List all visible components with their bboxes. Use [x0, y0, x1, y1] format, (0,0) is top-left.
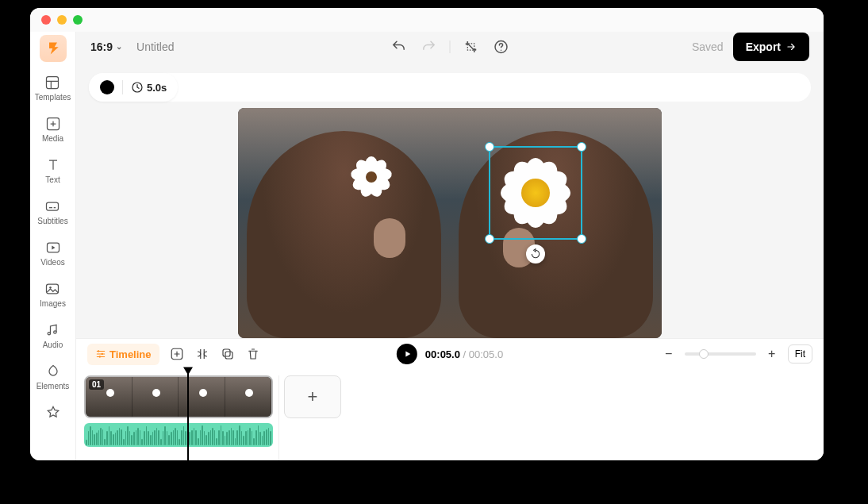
sidebar-label: Elements: [36, 382, 70, 391]
svg-point-18: [99, 356, 101, 357]
window-minimize-button[interactable]: [57, 15, 67, 25]
svg-point-16: [98, 350, 99, 352]
aspect-ratio-value: 16:9: [90, 40, 113, 53]
duplicate-button[interactable]: [220, 346, 236, 362]
time-display: 00:05.0 / 00:05.0: [425, 348, 503, 360]
play-icon: [403, 349, 413, 359]
saved-status: Saved: [692, 40, 724, 53]
svg-rect-0: [47, 77, 59, 89]
trash-icon: [246, 347, 260, 361]
zoom-slider-thumb[interactable]: [699, 349, 709, 359]
duration-display[interactable]: 5.0s: [131, 81, 167, 94]
sidebar-label: Subtitles: [37, 217, 67, 225]
sidebar-item-videos[interactable]: Videos: [40, 238, 64, 268]
svg-rect-10: [47, 284, 59, 294]
arrow-right-icon: [785, 41, 797, 52]
track-separator: [278, 375, 279, 460]
separator: [122, 80, 123, 94]
clock-icon: [131, 81, 144, 94]
templates-icon: [44, 75, 60, 90]
undo-icon: [391, 39, 407, 55]
svg-rect-6: [47, 202, 59, 210]
svg-point-12: [48, 333, 51, 335]
timeline-icon: [95, 348, 106, 360]
images-icon: [44, 281, 60, 297]
infobar-background: [89, 73, 811, 102]
current-time: 00:05.0: [425, 348, 460, 360]
help-icon: [494, 39, 509, 55]
window-maximize-button[interactable]: [73, 15, 83, 25]
export-button[interactable]: Export: [733, 33, 809, 61]
sidebar-label: Media: [42, 134, 63, 143]
sidebar-label: Audio: [43, 340, 63, 349]
star-icon: [45, 405, 61, 421]
sidebar-item-media[interactable]: Media: [42, 114, 63, 144]
zoom-out-button[interactable]: −: [661, 346, 677, 362]
sidebar-item-more[interactable]: [45, 403, 61, 422]
resize-handle-tl[interactable]: [485, 142, 494, 152]
resize-handle-tr[interactable]: [577, 142, 586, 152]
rotate-icon: [530, 248, 541, 260]
sidebar-label: Templates: [35, 93, 71, 102]
add-button[interactable]: [169, 346, 185, 362]
aspect-ratio-selector[interactable]: 16:9 ⌄: [90, 40, 122, 53]
sidebar-item-elements[interactable]: Elements: [36, 362, 70, 392]
video-canvas[interactable]: [238, 108, 662, 338]
background-color-swatch[interactable]: [100, 80, 114, 94]
delete-button[interactable]: [245, 346, 261, 362]
sidebar-label: Videos: [40, 258, 64, 267]
video-clip[interactable]: 01: [84, 375, 273, 418]
sidebar-item-text[interactable]: Text: [45, 156, 61, 186]
playhead[interactable]: [187, 369, 189, 460]
selection-box[interactable]: [489, 146, 582, 240]
separator: [450, 40, 451, 53]
timeline-label: Timeline: [109, 348, 152, 360]
sidebar-item-templates[interactable]: Templates: [35, 73, 71, 103]
timeline-toggle-button[interactable]: Timeline: [87, 344, 159, 365]
crop-button[interactable]: [462, 37, 481, 56]
zoom-slider[interactable]: [685, 352, 756, 356]
rotate-handle[interactable]: [526, 244, 545, 264]
canvas-area: [76, 62, 824, 338]
svg-point-17: [102, 353, 103, 355]
app-logo[interactable]: [40, 35, 67, 62]
svg-rect-21: [225, 352, 232, 359]
split-button[interactable]: [194, 346, 210, 362]
audio-track[interactable]: [84, 423, 273, 447]
flower-element[interactable]: [494, 151, 578, 235]
export-label: Export: [746, 40, 781, 53]
play-button[interactable]: [397, 344, 417, 364]
topbar: 16:9 ⌄: [76, 32, 824, 62]
videos-icon: [45, 240, 61, 256]
text-icon: [45, 157, 61, 173]
split-icon: [195, 347, 209, 361]
timeline-area[interactable]: 01 +: [76, 369, 824, 460]
audio-icon: [44, 322, 60, 338]
sidebar-item-images[interactable]: Images: [40, 279, 66, 310]
sidebar-item-audio[interactable]: Audio: [43, 321, 63, 351]
resize-handle-br[interactable]: [577, 234, 586, 244]
bottombar: Timeline: [76, 338, 824, 370]
sidebar-item-subtitles[interactable]: Subtitles: [37, 197, 67, 227]
resize-handle-bl[interactable]: [485, 234, 494, 244]
redo-button[interactable]: [420, 37, 439, 56]
add-square-icon: [170, 347, 184, 361]
sidebar-label: Images: [40, 299, 66, 308]
fit-button[interactable]: Fit: [788, 344, 812, 364]
add-clip-button[interactable]: +: [284, 375, 341, 418]
undo-button[interactable]: [390, 37, 409, 56]
redo-icon: [421, 39, 437, 55]
zoom-in-button[interactable]: +: [764, 346, 780, 362]
duplicate-icon: [221, 347, 235, 361]
help-button[interactable]: [492, 37, 511, 56]
subtitles-icon: [44, 198, 60, 214]
window-titlebar: [30, 8, 824, 32]
media-icon: [45, 116, 61, 132]
elements-icon: [45, 364, 61, 379]
project-title-input[interactable]: [136, 40, 232, 53]
total-time: 00:05.0: [469, 348, 503, 360]
crop-icon: [463, 39, 479, 55]
chevron-down-icon: ⌄: [116, 42, 122, 51]
svg-point-13: [54, 331, 56, 333]
window-close-button[interactable]: [41, 15, 51, 25]
